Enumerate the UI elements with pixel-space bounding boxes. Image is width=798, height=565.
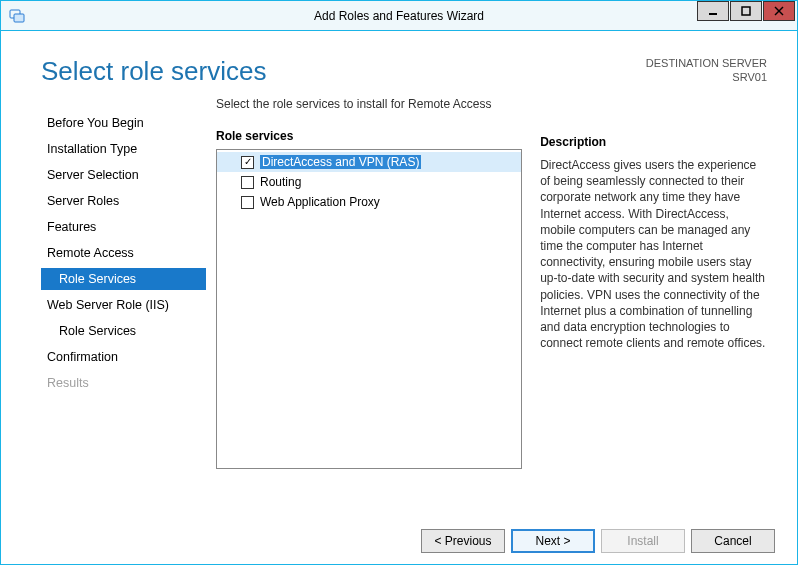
role-services-listbox[interactable]: DirectAccess and VPN (RAS)RoutingWeb App… — [216, 149, 522, 469]
nav-item-server-roles[interactable]: Server Roles — [41, 190, 206, 212]
nav-item-role-services[interactable]: Role Services — [41, 268, 206, 290]
wizard-footer: < Previous Next > Install Cancel — [1, 509, 797, 564]
destination-info: DESTINATION SERVER SRV01 — [646, 56, 767, 85]
title-bar[interactable]: Add Roles and Features Wizard — [1, 1, 797, 31]
role-service-item[interactable]: Routing — [217, 172, 521, 192]
checkbox[interactable] — [241, 156, 254, 169]
instruction-text: Select the role services to install for … — [216, 97, 522, 111]
cancel-button[interactable]: Cancel — [691, 529, 775, 553]
role-services-label: Role services — [216, 129, 522, 143]
svg-rect-1 — [14, 14, 24, 22]
role-service-label: DirectAccess and VPN (RAS) — [260, 155, 421, 169]
svg-rect-3 — [742, 7, 750, 15]
role-service-label: Web Application Proxy — [260, 195, 380, 209]
app-icon — [9, 8, 25, 24]
body-row: Before You BeginInstallation TypeServer … — [1, 97, 797, 509]
nav-item-role-services[interactable]: Role Services — [41, 320, 206, 342]
description-title: Description — [540, 135, 767, 149]
wizard-content: Select role services DESTINATION SERVER … — [1, 31, 797, 564]
nav-item-confirmation[interactable]: Confirmation — [41, 346, 206, 368]
close-button[interactable] — [763, 1, 795, 21]
nav-item-before-you-begin[interactable]: Before You Begin — [41, 112, 206, 134]
role-service-item[interactable]: Web Application Proxy — [217, 192, 521, 212]
role-services-column: Select the role services to install for … — [216, 97, 522, 509]
checkbox[interactable] — [241, 176, 254, 189]
nav-item-results: Results — [41, 372, 206, 394]
nav-item-features[interactable]: Features — [41, 216, 206, 238]
nav-item-server-selection[interactable]: Server Selection — [41, 164, 206, 186]
nav-item-remote-access[interactable]: Remote Access — [41, 242, 206, 264]
destination-value: SRV01 — [646, 70, 767, 84]
previous-button[interactable]: < Previous — [421, 529, 505, 553]
minimize-button[interactable] — [697, 1, 729, 21]
nav-item-web-server-role-iis-[interactable]: Web Server Role (IIS) — [41, 294, 206, 316]
role-service-item[interactable]: DirectAccess and VPN (RAS) — [217, 152, 521, 172]
header-row: Select role services DESTINATION SERVER … — [1, 31, 797, 97]
description-text: DirectAccess gives users the experience … — [540, 157, 767, 351]
checkbox[interactable] — [241, 196, 254, 209]
install-button: Install — [601, 529, 685, 553]
destination-label: DESTINATION SERVER — [646, 56, 767, 70]
maximize-button[interactable] — [730, 1, 762, 21]
main-panel: Select the role services to install for … — [206, 97, 777, 509]
role-service-label: Routing — [260, 175, 301, 189]
description-column: Description DirectAccess gives users the… — [540, 97, 767, 509]
page-title: Select role services — [41, 56, 266, 87]
next-button[interactable]: Next > — [511, 529, 595, 553]
window-title: Add Roles and Features Wizard — [1, 9, 797, 23]
window-controls — [696, 1, 795, 21]
nav-item-installation-type[interactable]: Installation Type — [41, 138, 206, 160]
wizard-window: Add Roles and Features Wizard Select rol… — [0, 0, 798, 565]
wizard-nav: Before You BeginInstallation TypeServer … — [41, 97, 206, 509]
